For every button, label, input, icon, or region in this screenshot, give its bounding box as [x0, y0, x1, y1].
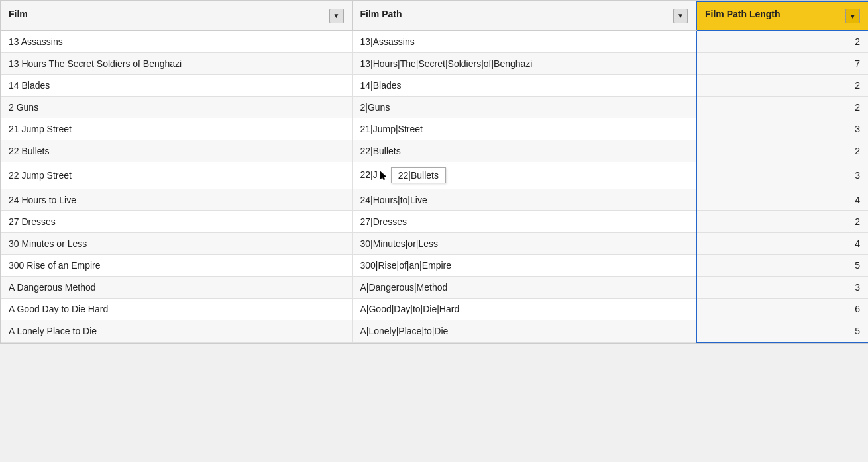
film-column-header: Film ▼: [1, 1, 352, 30]
film-cell: 22 Jump Street: [1, 162, 352, 189]
path-cell: 13|Assassins: [352, 30, 696, 53]
table-row: A Lonely Place to DieA|Lonely|Place|to|D…: [1, 320, 868, 343]
length-cell: 3: [696, 277, 868, 299]
length-cell: 4: [696, 189, 868, 211]
table-row: 22 Bullets22|Bullets2: [1, 140, 868, 162]
table-row: 14 Blades14|Blades2: [1, 75, 868, 97]
path-cell: 2|Guns: [352, 97, 696, 118]
path-cell: A|Lonely|Place|to|Die: [352, 320, 696, 343]
table-row: 30 Minutes or Less30|Minutes|or|Less4: [1, 233, 868, 255]
path-cell: A|Good|Day|to|Die|Hard: [352, 299, 696, 320]
path-cell: 22|J22|Bullets: [352, 162, 696, 189]
film-cell: A Dangerous Method: [1, 277, 352, 299]
length-cell: 2: [696, 75, 868, 97]
path-cell: 24|Hours|to|Live: [352, 189, 696, 211]
film-cell: 30 Minutes or Less: [1, 233, 352, 255]
length-column-label: Film Path Length: [705, 9, 781, 19]
tooltip-popup: 22|Bullets: [391, 167, 446, 183]
table-row: A Good Day to Die HardA|Good|Day|to|Die|…: [1, 299, 868, 320]
table-row: 21 Jump Street21|Jump|Street3: [1, 118, 868, 140]
film-cell: 21 Jump Street: [1, 118, 352, 140]
film-cell: 300 Rise of an Empire: [1, 255, 352, 277]
table-row: 22 Jump Street22|J22|Bullets3: [1, 162, 868, 189]
film-filter-button[interactable]: ▼: [329, 9, 344, 23]
table-row: 13 Hours The Secret Soldiers of Benghazi…: [1, 53, 868, 75]
table-row: A Dangerous MethodA|Dangerous|Method3: [1, 277, 868, 299]
path-column-header: Film Path ▼: [352, 1, 696, 30]
table-row: 13 Assassins13|Assassins2: [1, 30, 868, 53]
length-cell: 2: [696, 211, 868, 233]
film-cell: 2 Guns: [1, 97, 352, 118]
length-filter-button[interactable]: ▼: [845, 9, 860, 23]
film-cell: A Good Day to Die Hard: [1, 299, 352, 320]
path-cell: 14|Blades: [352, 75, 696, 97]
table-row: 27 Dresses27|Dresses2: [1, 211, 868, 233]
length-cell: 2: [696, 30, 868, 53]
length-cell: 4: [696, 233, 868, 255]
film-cell: 24 Hours to Live: [1, 189, 352, 211]
film-cell: 13 Assassins: [1, 30, 352, 53]
path-column-label: Film Path: [360, 9, 402, 19]
data-table: Film ▼ Film Path ▼ Film Path Length ▼ 13…: [0, 0, 868, 344]
table-row: 24 Hours to Live24|Hours|to|Live4: [1, 189, 868, 211]
film-cell: 22 Bullets: [1, 140, 352, 162]
film-cell: 13 Hours The Secret Soldiers of Benghazi: [1, 53, 352, 75]
cursor-icon: [379, 169, 388, 181]
table-row: 2 Guns2|Guns2: [1, 97, 868, 118]
path-cell: 30|Minutes|or|Less: [352, 233, 696, 255]
length-cell: 5: [696, 255, 868, 277]
path-cell: 22|Bullets: [352, 140, 696, 162]
path-cell: A|Dangerous|Method: [352, 277, 696, 299]
length-cell: 6: [696, 299, 868, 320]
path-cell: 27|Dresses: [352, 211, 696, 233]
path-cell: 300|Rise|of|an|Empire: [352, 255, 696, 277]
length-cell: 3: [696, 118, 868, 140]
length-column-header: Film Path Length ▼: [696, 1, 868, 30]
film-cell: 27 Dresses: [1, 211, 352, 233]
length-cell: 2: [696, 97, 868, 118]
path-filter-button[interactable]: ▼: [673, 9, 688, 23]
film-cell: A Lonely Place to Die: [1, 320, 352, 343]
path-cell: 13|Hours|The|Secret|Soldiers|of|Benghazi: [352, 53, 696, 75]
length-cell: 2: [696, 140, 868, 162]
length-cell: 7: [696, 53, 868, 75]
film-column-label: Film: [9, 9, 28, 19]
length-cell: 3: [696, 162, 868, 189]
path-cell: 21|Jump|Street: [352, 118, 696, 140]
film-cell: 14 Blades: [1, 75, 352, 97]
table-row: 300 Rise of an Empire300|Rise|of|an|Empi…: [1, 255, 868, 277]
length-cell: 5: [696, 320, 868, 343]
